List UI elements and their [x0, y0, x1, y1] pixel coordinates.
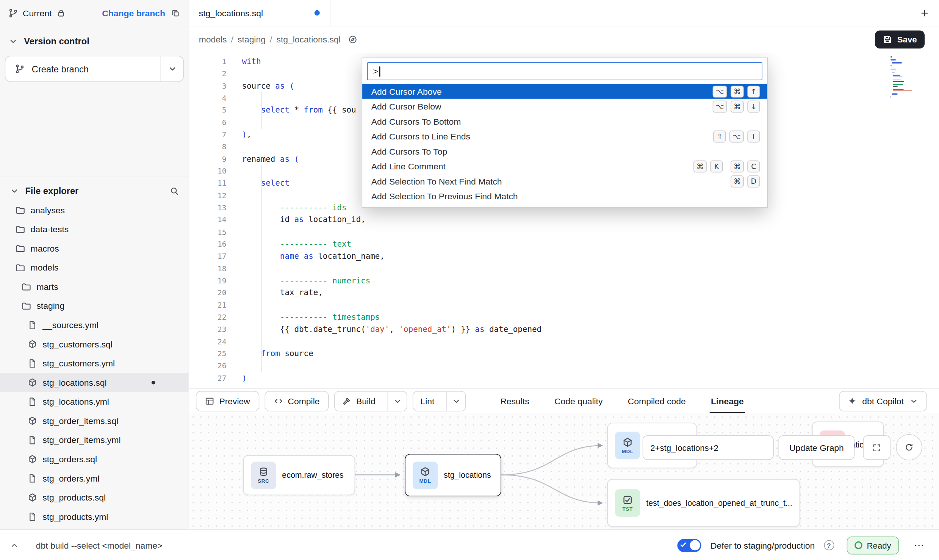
status-ready-badge[interactable]: Ready	[847, 536, 899, 554]
create-branch-dropdown[interactable]	[161, 56, 183, 81]
file-item-models[interactable]: models	[0, 258, 189, 277]
copy-icon[interactable]	[171, 8, 180, 18]
file-icon	[28, 512, 37, 521]
search-icon[interactable]	[169, 186, 179, 196]
folder-icon	[22, 301, 31, 311]
code-editor[interactable]: 1with23source as (45 select * from {{ so…	[189, 53, 939, 388]
file-item-macros[interactable]: macros	[0, 239, 189, 258]
folder-icon	[22, 282, 31, 291]
update-graph-button[interactable]: Update Graph	[778, 435, 854, 460]
code-line-14: 14 id as location_id,	[189, 214, 939, 226]
command-palette-input[interactable]: >	[367, 62, 762, 80]
dbt-copilot-button[interactable]: dbt Copilot	[839, 391, 927, 411]
compile-button[interactable]: Compile	[264, 391, 329, 411]
change-branch-link[interactable]: Change branch	[102, 8, 165, 18]
file-item-stg_products.yml[interactable]: stg_products.yml	[0, 507, 189, 527]
main-area: stg_locations.sql models/staging/stg_loc…	[189, 0, 939, 529]
hammer-icon	[342, 396, 351, 405]
lint-button[interactable]: Lint	[413, 391, 466, 411]
defer-toggle[interactable]	[678, 539, 701, 552]
breadcrumb-row: models/staging/stg_locations.sql Save	[189, 27, 939, 53]
chevron-down-icon	[167, 64, 177, 74]
save-button[interactable]: Save	[875, 31, 925, 48]
file-item-stg_customers.yml[interactable]: stg_customers.yml	[0, 354, 189, 373]
model-icon	[28, 454, 37, 464]
build-dropdown[interactable]	[388, 391, 407, 411]
model-icon	[28, 339, 37, 349]
breadcrumb-item[interactable]: models	[199, 35, 227, 44]
refresh-button[interactable]	[896, 434, 922, 461]
help-icon[interactable]: ?	[824, 540, 834, 550]
new-tab-button[interactable]	[920, 8, 929, 17]
file-item-stg_locations.yml[interactable]: stg_locations.yml	[0, 392, 189, 411]
palette-item[interactable]: Add Cursors To Bottom	[362, 114, 767, 129]
test-badge: TST	[615, 489, 640, 517]
fullscreen-button[interactable]	[863, 435, 890, 460]
breadcrumb-item[interactable]: staging	[238, 35, 266, 44]
file-item-stg_orders.sql[interactable]: stg_orders.sql	[0, 450, 189, 469]
chevron-down-icon	[909, 396, 919, 405]
lineage-node-test[interactable]: TST test_does_location_opened_at_trunc_t…	[607, 479, 800, 527]
palette-item[interactable]: Add Cursors to Line Ends⇧⌥I	[362, 129, 767, 144]
palette-item[interactable]: Add Selection To Next Find Match⌘D	[362, 174, 767, 189]
modified-dot	[152, 381, 155, 384]
file-item-stg_order_items.yml[interactable]: stg_order_items.yml	[0, 430, 189, 450]
sidebar: Current Change branch Version control Cr…	[0, 0, 189, 529]
text-caret	[379, 66, 380, 77]
version-control-header[interactable]: Version control	[0, 27, 189, 51]
code-line-22: 22 ---------- timestamps	[189, 311, 939, 324]
palette-item[interactable]: Add Selection To Previous Find Match	[362, 189, 767, 204]
tab-stg-locations-sql[interactable]: stg_locations.sql	[189, 0, 331, 26]
file-explorer-header[interactable]: File explorer	[0, 177, 189, 201]
tab-compiled-code[interactable]: Compiled code	[628, 389, 686, 413]
chevron-up-icon[interactable]	[9, 540, 19, 550]
file-item-stg_customers.sql[interactable]: stg_customers.sql	[0, 335, 189, 354]
code-line-16: 16 ---------- text	[189, 238, 939, 250]
file-icon	[28, 435, 37, 445]
refresh-icon	[904, 443, 914, 452]
check-icon	[680, 541, 687, 548]
cli-command-text[interactable]: dbt build --select <model_name>	[36, 540, 163, 550]
file-item-data-tests[interactable]: data-tests	[0, 220, 189, 239]
lineage-node-stg-locations[interactable]: MDL stg_locations	[405, 454, 501, 496]
palette-item[interactable]: Add Cursor Below⌥⌘↓	[362, 99, 767, 114]
test-icon	[622, 494, 633, 505]
palette-item[interactable]: Add Cursor Above⌥⌘↑	[362, 84, 767, 99]
lineage-selector-input[interactable]	[643, 435, 774, 460]
preview-button[interactable]: Preview	[196, 391, 259, 411]
keycap: ⌘	[731, 161, 744, 173]
lock-icon	[56, 8, 66, 18]
file-item-staging[interactable]: staging	[0, 296, 189, 316]
file-item-__sources.yml[interactable]: __sources.yml	[0, 316, 189, 335]
current-branch-label: Current	[23, 8, 52, 18]
file-item-marts[interactable]: marts	[0, 277, 189, 297]
create-branch-button[interactable]: Create branch	[5, 56, 184, 82]
file-item-stg_order_items.sql[interactable]: stg_order_items.sql	[0, 411, 189, 431]
code-line-25: 25 from source	[189, 348, 939, 360]
breadcrumb-item[interactable]: stg_locations.sql	[276, 35, 340, 44]
cube-icon	[420, 466, 430, 477]
palette-item[interactable]: Add Cursors To Top	[362, 144, 767, 159]
minimap[interactable]	[890, 56, 912, 98]
code-line-20: 20 tax_rate,	[189, 287, 939, 299]
model-icon	[28, 493, 37, 502]
lineage-panel: SRC ecom.raw_stores MDL stg_locations MD…	[189, 413, 939, 529]
keycap: ↓	[747, 100, 760, 113]
lineage-node-source[interactable]: SRC ecom.raw_stores	[243, 455, 355, 495]
copilot-compass-icon[interactable]	[348, 35, 357, 44]
keycap: K	[710, 161, 723, 173]
tab-lineage[interactable]: Lineage	[711, 389, 744, 413]
palette-item[interactable]: Add Line Comment⌘K⌘C	[362, 159, 767, 174]
file-icon	[28, 320, 37, 330]
file-item-stg_products.sql[interactable]: stg_products.sql	[0, 488, 189, 507]
file-item-analyses[interactable]: analyses	[0, 200, 189, 220]
tab-code-quality[interactable]: Code quality	[554, 389, 603, 413]
file-item-stg_locations.sql[interactable]: stg_locations.sql	[0, 373, 189, 393]
overflow-menu-button[interactable]: ⋯	[909, 537, 930, 554]
code-line-19: 19 ---------- numerics	[189, 275, 939, 287]
lint-dropdown[interactable]	[446, 391, 466, 411]
build-button[interactable]: Build	[334, 391, 407, 411]
tab-results[interactable]: Results	[500, 389, 529, 413]
file-item-stg_orders.yml[interactable]: stg_orders.yml	[0, 469, 189, 488]
status-bar: dbt build --select <model_name> Defer to…	[0, 529, 939, 560]
